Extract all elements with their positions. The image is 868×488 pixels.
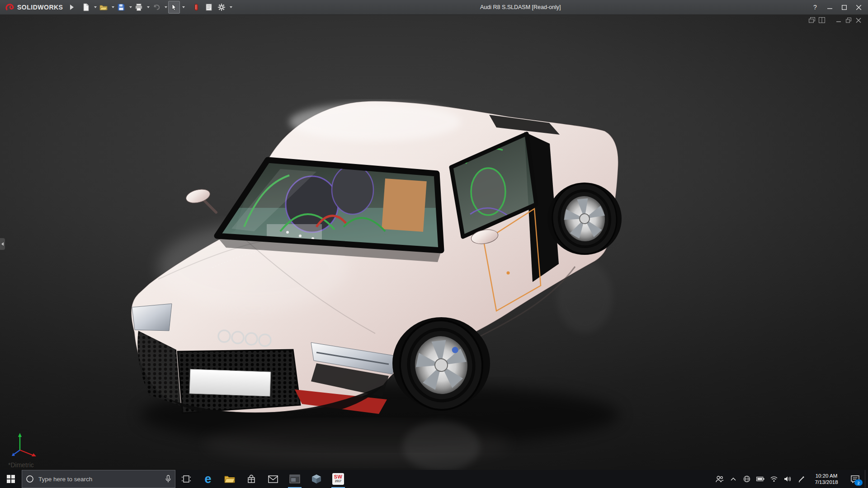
print-dropdown[interactable] — [147, 6, 150, 8]
chevron-left-icon — [1, 242, 4, 246]
window-controls: ? — [808, 1, 868, 13]
network-button[interactable] — [740, 470, 754, 488]
undo-dropdown[interactable] — [165, 6, 167, 8]
notification-badge: 2 — [854, 479, 863, 486]
store-button[interactable] — [241, 470, 262, 488]
brand-name: SOLIDWORKS — [17, 4, 63, 11]
clock-time: 10:20 AM — [816, 473, 838, 479]
select-dropdown[interactable] — [182, 6, 185, 8]
edge-button[interactable]: e — [197, 470, 219, 488]
undo-icon — [152, 3, 160, 11]
globe-icon — [743, 475, 750, 483]
chevron-up-icon — [731, 477, 736, 481]
save-floppy-icon — [117, 3, 125, 11]
maximize-button[interactable] — [837, 1, 851, 13]
document-window-controls — [808, 17, 862, 23]
edge-icon: e — [204, 473, 211, 485]
new-document-dropdown[interactable] — [94, 6, 97, 8]
select-tool-button[interactable] — [168, 1, 180, 14]
taskbar-search[interactable] — [22, 470, 175, 488]
open-folder-icon — [99, 3, 108, 11]
minimize-button[interactable] — [823, 1, 836, 13]
app-window-icon — [289, 474, 300, 483]
close-icon — [856, 5, 861, 10]
windows-logo-icon — [7, 475, 15, 483]
doc-restore-icon — [846, 18, 851, 23]
store-bag-icon — [247, 474, 256, 483]
mail-button[interactable] — [262, 470, 284, 488]
minimize-icon — [827, 5, 832, 10]
document-title: Audi R8 S.SLDASM [Read-only] — [232, 4, 808, 10]
battery-button[interactable] — [754, 470, 767, 488]
print-button[interactable] — [133, 1, 145, 14]
windows-ink-button[interactable] — [794, 470, 808, 488]
wifi-button[interactable] — [767, 470, 781, 488]
save-button[interactable] — [115, 1, 127, 14]
view-orientation-label: *Dimetric — [8, 461, 34, 469]
print-icon — [135, 3, 143, 11]
doc-close-button[interactable] — [855, 17, 862, 23]
options-button[interactable] — [216, 1, 227, 14]
cascade-icon — [809, 17, 815, 23]
undo-button[interactable] — [151, 1, 162, 14]
new-document-icon — [82, 3, 90, 11]
quick-toolbar — [80, 1, 232, 14]
car-3d-model[interactable] — [0, 14, 868, 470]
help-button[interactable]: ? — [808, 1, 822, 13]
solidworks-2017-icon: SW 2017 — [332, 473, 344, 485]
file-explorer-button[interactable] — [219, 470, 241, 488]
volume-icon — [784, 476, 792, 482]
doc-restore-button[interactable] — [845, 17, 852, 23]
doc-cascade-button[interactable] — [808, 17, 815, 23]
people-icon — [716, 475, 724, 483]
featuremanager-collapsed-tab[interactable] — [0, 238, 5, 250]
gear-icon — [217, 3, 226, 11]
titlebar: SOLIDWORKS — [0, 0, 868, 15]
battery-icon — [756, 477, 764, 481]
appearance-button[interactable] — [190, 1, 202, 14]
taskbar: e — [0, 470, 868, 488]
search-input[interactable] — [38, 475, 161, 483]
task-view-button[interactable] — [175, 470, 197, 488]
file-properties-button[interactable] — [203, 1, 215, 14]
tile-icon — [819, 17, 825, 23]
maximize-icon — [842, 5, 847, 10]
file-properties-icon — [205, 3, 213, 11]
file-explorer-icon — [224, 474, 235, 483]
volume-button[interactable] — [781, 470, 794, 488]
cortana-icon — [26, 475, 34, 483]
solidworks-logo: SOLIDWORKS — [0, 2, 63, 12]
solidworks-session-button[interactable] — [284, 470, 306, 488]
task-view-icon — [181, 474, 191, 483]
edrawings-button[interactable] — [306, 470, 327, 488]
new-document-button[interactable] — [80, 1, 92, 14]
orientation-triad[interactable] — [11, 431, 38, 457]
start-button[interactable] — [0, 470, 22, 488]
doc-minimize-icon — [836, 18, 841, 23]
microphone-icon[interactable] — [165, 475, 171, 483]
open-dropdown[interactable] — [112, 6, 114, 8]
doc-close-icon — [856, 18, 861, 23]
people-button[interactable] — [713, 470, 726, 488]
clock-date: 7/13/2018 — [815, 479, 838, 485]
taskbar-clock[interactable]: 10:20 AM 7/13/2018 — [808, 470, 845, 488]
mail-icon — [268, 475, 278, 483]
appearance-icon — [192, 3, 200, 11]
action-center-button[interactable]: 2 — [845, 470, 865, 488]
ds-logo-icon — [5, 2, 14, 12]
pen-icon — [798, 476, 805, 483]
doc-tile-button[interactable] — [818, 17, 825, 23]
doc-minimize-button[interactable] — [835, 17, 842, 23]
open-button[interactable] — [98, 1, 109, 14]
graphics-area[interactable]: *Dimetric — [0, 14, 868, 470]
close-button[interactable] — [852, 1, 865, 13]
menu-expand-arrow[interactable] — [70, 5, 74, 10]
save-dropdown[interactable] — [129, 6, 132, 8]
wifi-icon — [770, 476, 778, 482]
select-cursor-icon — [170, 3, 178, 11]
show-desktop-button[interactable] — [865, 470, 868, 488]
cube-icon — [311, 474, 321, 484]
solidworks-2017-button[interactable]: SW 2017 — [327, 470, 349, 488]
show-hidden-icons-button[interactable] — [726, 470, 740, 488]
